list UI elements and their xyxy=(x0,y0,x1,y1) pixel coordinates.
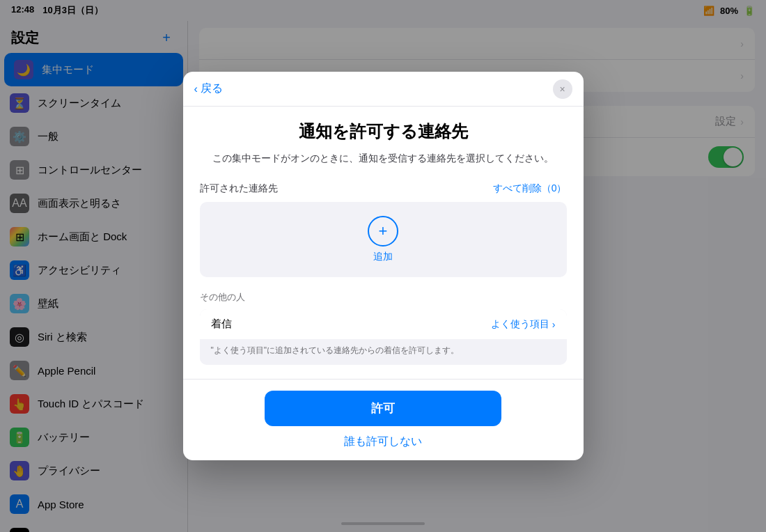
modal-back-label: 戻る xyxy=(201,81,223,96)
chevron-right-icon: › xyxy=(552,319,556,330)
modal-close-button[interactable]: × xyxy=(553,79,572,99)
modal-header: ‹ 戻る × xyxy=(183,72,584,107)
close-icon: × xyxy=(559,84,565,95)
modal-subtitle: この集中モードがオンのときに、通知を受信する連絡先を選択してください。 xyxy=(200,151,567,166)
allow-button[interactable]: 許可 xyxy=(265,391,501,426)
incoming-calls-top[interactable]: 着信 よく使う項目 › xyxy=(200,309,567,339)
incoming-calls-title: 着信 xyxy=(211,318,232,331)
allowed-contacts-header: 許可された連絡先 すべて削除（0） xyxy=(200,182,567,195)
modal: ‹ 戻る × 通知を許可する連絡先 この集中モードがオンのときに、通知を受信する… xyxy=(183,72,584,460)
overlay: ‹ 戻る × 通知を許可する連絡先 この集中モードがオンのときに、通知を受信する… xyxy=(0,0,766,532)
delete-all-button[interactable]: すべて削除（0） xyxy=(493,182,567,195)
allowed-contacts-label: 許可された連絡先 xyxy=(200,182,278,195)
incoming-calls-right[interactable]: よく使う項目 › xyxy=(491,318,556,331)
deny-button[interactable]: 誰も許可しない xyxy=(344,435,422,449)
contacts-add-area: + 追加 xyxy=(200,202,567,277)
chevron-left-icon: ‹ xyxy=(194,83,198,95)
incoming-calls-value: よく使う項目 xyxy=(491,318,549,331)
incoming-calls-desc: "よく使う項目"に追加されている連絡先からの着信を許可します。 xyxy=(200,339,567,365)
modal-body: 通知を許可する連絡先 この集中モードがオンのときに、通知を受信する連絡先を選択し… xyxy=(183,107,584,379)
add-contact-button[interactable]: + xyxy=(368,216,398,247)
modal-back-button[interactable]: ‹ 戻る xyxy=(194,81,223,96)
modal-title: 通知を許可する連絡先 xyxy=(200,120,567,143)
others-section-label: その他の人 xyxy=(200,291,567,304)
add-contact-label: 追加 xyxy=(373,251,393,263)
incoming-calls-section: 着信 よく使う項目 › "よく使う項目"に追加されている連絡先からの着信を許可し… xyxy=(200,309,567,365)
modal-footer: 許可 誰も許可しない xyxy=(183,379,584,460)
